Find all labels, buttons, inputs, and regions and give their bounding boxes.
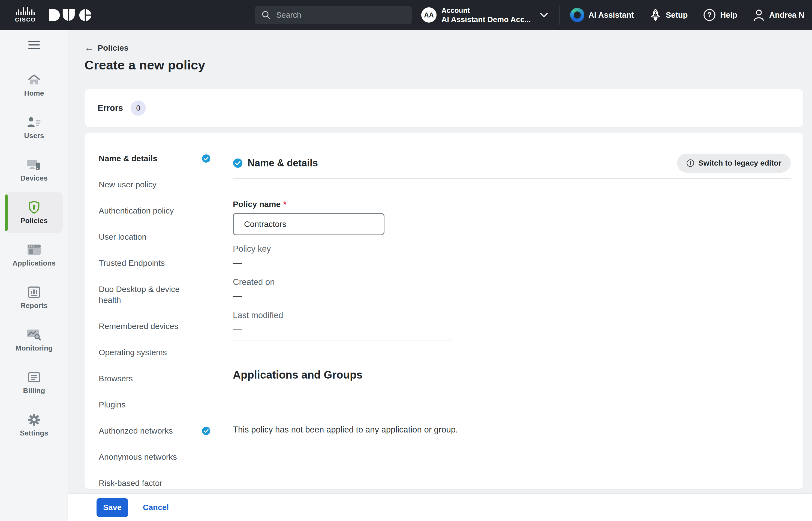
duo-logo-icon bbox=[48, 9, 93, 22]
readonly-field-value: — bbox=[233, 290, 791, 302]
policy-nav-item[interactable]: Authorized networks bbox=[99, 425, 211, 436]
policy-nav-item[interactable]: Trusted Endpoints bbox=[99, 258, 211, 269]
policy-nav-label: Authorized networks bbox=[99, 425, 173, 436]
action-footer: Save Cancel bbox=[68, 494, 812, 521]
switch-legacy-editor-button[interactable]: Switch to legacy editor bbox=[677, 154, 791, 173]
breadcrumb-label: Policies bbox=[98, 43, 128, 52]
policy-nav-item[interactable]: Duo Desktop & device health bbox=[99, 284, 211, 305]
policy-nav-item[interactable]: Remembered devices bbox=[99, 321, 211, 332]
readonly-field-value: — bbox=[233, 323, 791, 335]
shield-icon bbox=[28, 201, 40, 214]
required-asterisk: * bbox=[283, 199, 286, 210]
applications-groups-empty-text: This policy has not been applied to any … bbox=[233, 424, 791, 435]
sidebar-item-billing[interactable]: Billing bbox=[5, 362, 63, 403]
switch-legacy-editor-label: Switch to legacy editor bbox=[698, 159, 782, 167]
policy-nav-item[interactable]: Anonymous networks bbox=[99, 452, 211, 462]
sidebar-item-label: Devices bbox=[20, 174, 48, 182]
sidebar-item-label: Users bbox=[24, 132, 44, 140]
topbar: CISCO AA Account AI Assistant Demo Acc..… bbox=[0, 0, 812, 30]
policy-nav-item[interactable]: User location bbox=[99, 231, 211, 242]
policy-nav-label: New user policy bbox=[99, 179, 156, 190]
sidebar-item-label: Applications bbox=[13, 259, 56, 268]
setup-button[interactable]: Setup bbox=[649, 8, 688, 22]
search-input[interactable] bbox=[276, 10, 396, 20]
policy-section-nav: Name & details New user policy Authentic… bbox=[85, 133, 219, 489]
breadcrumb-back-link[interactable]: ← Policies bbox=[85, 43, 128, 53]
menu-icon[interactable] bbox=[28, 41, 40, 49]
check-icon bbox=[202, 154, 211, 163]
brand: CISCO bbox=[15, 0, 93, 30]
help-icon: ? bbox=[703, 8, 716, 22]
policy-nav-label: Anonymous networks bbox=[99, 452, 177, 462]
users-icon bbox=[27, 116, 41, 129]
sidebar-item-label: Policies bbox=[20, 217, 48, 225]
policy-nav-item[interactable]: Name & details bbox=[99, 153, 211, 164]
readonly-field-value: — bbox=[233, 256, 791, 269]
policy-nav-item[interactable]: Risk-based factor selection bbox=[99, 478, 211, 489]
policy-nav-item[interactable]: Operating systems bbox=[99, 347, 211, 358]
readonly-field: Last modified — bbox=[233, 310, 791, 335]
errors-panel[interactable]: Errors 0 bbox=[85, 89, 803, 127]
back-arrow-icon: ← bbox=[85, 43, 94, 53]
search-bar[interactable] bbox=[255, 6, 412, 24]
sidebar-item-label: Monitoring bbox=[16, 344, 52, 353]
gear-icon bbox=[27, 413, 41, 426]
monitoring-icon bbox=[27, 328, 41, 341]
user-menu-button[interactable]: Andrea N bbox=[752, 8, 804, 22]
sidebar-item-label: Billing bbox=[23, 386, 45, 395]
account-label: Account bbox=[442, 6, 531, 15]
sidebar-item-devices[interactable]: Devices bbox=[5, 150, 63, 191]
sidebar-nav: Home Users Devices Policies Applications… bbox=[0, 65, 68, 446]
topbar-divider bbox=[559, 5, 560, 25]
policy-name-input[interactable] bbox=[233, 213, 384, 235]
cisco-wordmark: CISCO bbox=[15, 16, 36, 23]
applications-icon bbox=[27, 243, 41, 256]
sidebar: Home Users Devices Policies Applications… bbox=[0, 30, 68, 521]
policy-nav-label: Trusted Endpoints bbox=[99, 258, 165, 269]
sidebar-item-settings[interactable]: Settings bbox=[5, 405, 63, 446]
errors-label: Errors bbox=[98, 103, 123, 113]
readonly-field-label: Last modified bbox=[233, 310, 791, 321]
rocket-icon bbox=[649, 8, 662, 22]
account-name: AI Assistant Demo Acc... bbox=[442, 15, 531, 24]
cisco-bars-icon bbox=[16, 7, 35, 15]
policy-nav-label: User location bbox=[99, 231, 146, 242]
ai-assistant-button[interactable]: AI Assistant bbox=[570, 8, 634, 22]
applications-divider bbox=[233, 340, 452, 340]
account-avatar: AA bbox=[421, 7, 436, 23]
policy-editor-card: Name & details New user policy Authentic… bbox=[85, 133, 803, 489]
sidebar-item-applications[interactable]: Applications bbox=[5, 235, 63, 276]
section-divider bbox=[233, 178, 791, 179]
help-button[interactable]: ? Help bbox=[703, 8, 737, 22]
save-button[interactable]: Save bbox=[97, 498, 128, 517]
policy-nav-label: Duo Desktop & device health bbox=[99, 284, 191, 305]
readonly-field: Created on — bbox=[233, 277, 791, 302]
sidebar-item-users[interactable]: Users bbox=[5, 107, 63, 148]
policy-nav-item[interactable]: New user policy bbox=[99, 179, 211, 190]
check-icon bbox=[202, 427, 211, 435]
readonly-field: Policy key — bbox=[233, 244, 791, 269]
policy-nav-item[interactable]: Authentication policy bbox=[99, 205, 211, 216]
sidebar-item-home[interactable]: Home bbox=[5, 65, 63, 106]
policy-nav-label: Browsers bbox=[99, 373, 133, 384]
sidebar-item-reports[interactable]: Reports bbox=[5, 277, 63, 318]
billing-icon bbox=[27, 371, 41, 384]
account-switcher[interactable]: AA Account AI Assistant Demo Acc... bbox=[421, 0, 549, 30]
cisco-logo-icon: CISCO bbox=[15, 7, 36, 23]
policy-nav-label: Operating systems bbox=[99, 347, 167, 358]
sidebar-item-policies[interactable]: Policies bbox=[5, 192, 63, 233]
policy-nav-label: Plugins bbox=[99, 399, 125, 410]
sidebar-item-label: Home bbox=[24, 89, 44, 97]
policy-nav-label: Name & details bbox=[99, 153, 157, 164]
policy-section-content: Name & details Switch to legacy editor P… bbox=[219, 133, 803, 489]
section-check-icon bbox=[233, 158, 243, 168]
policy-name-label: Policy name* bbox=[233, 199, 791, 210]
setup-label: Setup bbox=[666, 10, 688, 20]
policy-nav-item[interactable]: Plugins bbox=[99, 399, 211, 410]
devices-icon bbox=[27, 158, 41, 171]
sidebar-item-monitoring[interactable]: Monitoring bbox=[5, 320, 63, 361]
policy-nav-item[interactable]: Browsers bbox=[99, 373, 211, 384]
main-content: ← Policies Create a new policy Errors 0 … bbox=[68, 30, 812, 494]
readonly-fields: Policy key — Created on — Last modified … bbox=[233, 244, 791, 335]
cancel-button[interactable]: Cancel bbox=[143, 503, 169, 512]
